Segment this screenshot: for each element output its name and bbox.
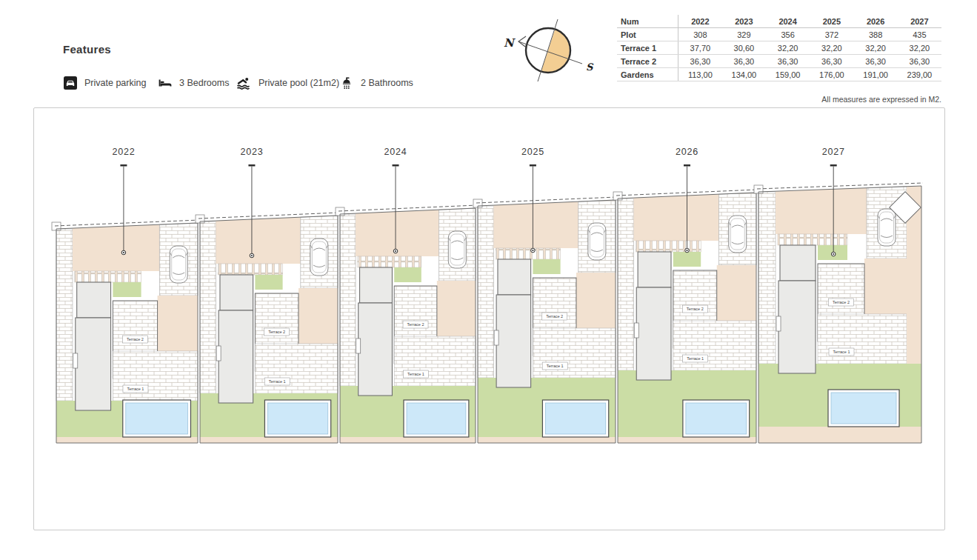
row-label-cell: Terrace 2 — [617, 55, 678, 68]
feature-bedrooms: 3 Bedrooms — [158, 76, 229, 90]
terrace-1-area — [394, 336, 476, 386]
terrace-2-label: Terrace 2 — [687, 307, 704, 311]
terrace-2-label: Terrace 2 — [546, 314, 563, 319]
side-wall — [200, 221, 216, 393]
compass-north-label: N — [504, 36, 516, 50]
measures-note: All measures are expressed in M2. — [617, 95, 941, 104]
value-cell: 435 — [898, 28, 941, 41]
garden-strip — [113, 282, 141, 297]
value-cell: 36,30 — [854, 55, 898, 68]
value-cell: 329 — [722, 28, 766, 41]
garden-strip — [255, 275, 282, 290]
measures-table: Num202220232024202520262027Plot308329356… — [617, 15, 941, 81]
feature-private-parking: Private parking — [63, 76, 146, 90]
row-label-cell: Terrace 1 — [617, 41, 678, 55]
terrace-1-label: Terrace 1 — [407, 372, 424, 376]
driveway — [216, 217, 300, 264]
car-icon — [448, 231, 466, 268]
site-plan-panel: Terrace 2Terrace 1Terrace 2Terrace 1Terr… — [33, 107, 945, 530]
garden-strip — [533, 259, 560, 274]
row-label-cell: Plot — [617, 28, 678, 41]
plot-number-label: 2023 — [240, 147, 263, 157]
value-cell: 176,00 — [810, 68, 853, 81]
shower-icon — [339, 76, 354, 90]
side-wall — [618, 199, 634, 370]
villa-footprint — [636, 287, 671, 380]
value-cell: 134,00 — [722, 68, 766, 81]
pool — [545, 403, 605, 434]
terrace-1-label: Terrace 1 — [269, 379, 286, 384]
terrace-1-area — [533, 328, 616, 378]
compass-south-label: S — [586, 61, 594, 73]
value-cell: 113,00 — [678, 68, 722, 81]
driveway — [776, 188, 867, 234]
value-cell: 36,30 — [810, 55, 853, 68]
villa-footprint — [498, 259, 531, 295]
value-cell: 32,20 — [898, 41, 941, 55]
villa-footprint — [496, 295, 531, 387]
car-icon — [170, 246, 187, 283]
villa-footprint — [778, 281, 816, 373]
plot: Terrace 2Terrace 1 — [196, 213, 339, 443]
driveway — [634, 194, 719, 241]
terrace-1-area — [818, 314, 907, 364]
pool — [267, 403, 327, 434]
plot-number-label: 2027 — [822, 147, 845, 157]
value-cell: 2024 — [766, 15, 810, 28]
feature-pool: Private pool (21m2) — [236, 76, 339, 90]
car-icon — [729, 216, 747, 253]
value-cell: 388 — [854, 28, 898, 41]
compass: N S — [485, 10, 604, 93]
plot: Terrace 2Terrace 1 — [336, 205, 477, 443]
value-cell: 308 — [678, 28, 722, 41]
value-cell: 159,00 — [766, 68, 810, 81]
table-row: Terrace 137,7030,6032,2032,2032,2032,20 — [617, 41, 941, 55]
plot-number-label: 2026 — [676, 147, 698, 157]
side-wall — [758, 192, 776, 364]
pool — [686, 403, 747, 434]
car-icon — [878, 209, 896, 246]
pool-icon — [236, 76, 252, 90]
villa-footprint — [359, 303, 393, 396]
plot-number-label: 2022 — [112, 147, 135, 157]
value-cell: 37,70 — [678, 41, 722, 55]
pool — [126, 403, 188, 434]
value-cell: 2022 — [678, 15, 722, 28]
plot-number-label: 2025 — [521, 147, 544, 157]
terrace-1-label: Terrace 1 — [687, 356, 704, 361]
table-row: Num202220232024202520262027 — [617, 15, 941, 28]
row-label-cell: Gardens — [617, 68, 678, 81]
terrace-2-label: Terrace 2 — [127, 337, 144, 341]
table-row: Plot308329356372388435 — [617, 28, 941, 41]
value-cell: 32,20 — [766, 41, 810, 55]
value-cell: 36,30 — [678, 55, 722, 68]
bed-icon — [158, 76, 173, 90]
villa-footprint — [220, 275, 253, 310]
pergola-slats — [218, 264, 282, 275]
value-cell: 36,30 — [722, 55, 766, 68]
pergola-slats — [778, 234, 847, 245]
value-cell: 32,20 — [854, 41, 898, 55]
driveway — [356, 210, 439, 256]
features-title: Features — [63, 43, 111, 56]
value-cell: 239,00 — [898, 68, 941, 81]
value-cell: 2023 — [722, 15, 766, 28]
plot: Terrace 2Terrace 1 — [473, 197, 617, 443]
parking-icon — [63, 76, 78, 90]
terrace-1-area — [255, 344, 338, 393]
pergola-slats — [496, 248, 560, 259]
site-plan-svg: Terrace 2Terrace 1Terrace 2Terrace 1Terr… — [34, 108, 944, 530]
terrace-2-label: Terrace 2 — [407, 322, 424, 327]
value-cell: 372 — [810, 28, 853, 41]
feature-label: 2 Bathrooms — [361, 78, 413, 88]
pergola-slats — [75, 271, 141, 282]
garden-strip — [673, 252, 701, 267]
pool — [407, 403, 466, 434]
pergola-slats — [636, 241, 701, 252]
plot: Terrace 2Terrace 1 — [613, 190, 758, 443]
car-icon — [310, 239, 328, 276]
value-cell: 2025 — [810, 15, 853, 28]
driveway — [493, 201, 578, 248]
value-cell: 356 — [766, 28, 810, 41]
table-row: Terrace 236,3036,3036,3036,3036,3036,30 — [617, 55, 941, 68]
